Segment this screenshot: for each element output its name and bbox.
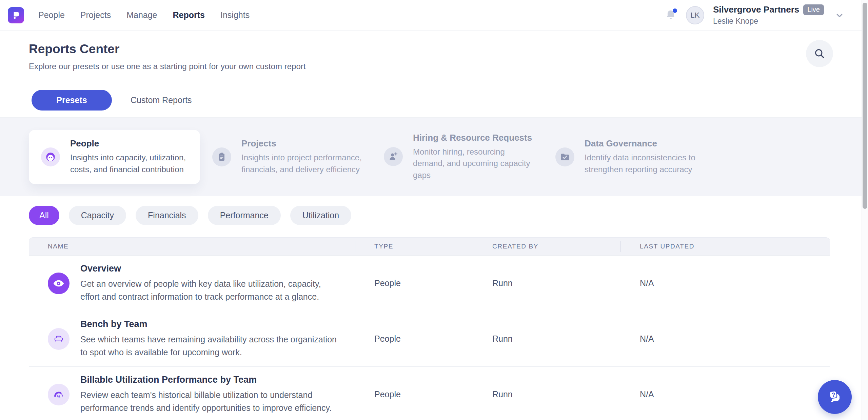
- folder-check-icon: [555, 147, 574, 166]
- svg-text:%: %: [57, 395, 60, 399]
- report-text: Bench by Team See which teams have remai…: [80, 319, 340, 359]
- top-right-cluster: LK Silvergrove Partners Live Leslie Knop…: [665, 4, 844, 26]
- svg-text:?: ?: [831, 391, 835, 398]
- category-text: Hiring & Resource Requests Monitor hirin…: [413, 133, 535, 181]
- table-row-overview[interactable]: Overview Get an overview of people with …: [29, 255, 830, 311]
- account-user: Leslie Knope: [713, 16, 824, 26]
- report-created-by: Runn: [473, 334, 620, 344]
- nav-item-manage[interactable]: Manage: [126, 10, 157, 20]
- report-type: People: [355, 334, 473, 344]
- category-data-governance[interactable]: Data Governance Identify data inconsiste…: [555, 138, 715, 175]
- category-description: Insights into capacity, utilization, cos…: [70, 152, 187, 175]
- report-title: Billable Utilization Performance by Team: [80, 375, 340, 385]
- category-text: Data Governance Identify data inconsiste…: [585, 138, 707, 175]
- bench-icon: [48, 328, 70, 350]
- report-name-cell: Bench by Team See which teams have remai…: [29, 319, 355, 359]
- column-header-last-updated: LAST UPDATED: [620, 238, 784, 255]
- category-title: People: [70, 138, 187, 149]
- report-title: Overview: [80, 263, 340, 274]
- account-menu-button[interactable]: [835, 11, 844, 20]
- main-nav: People Projects Manage Reports Insights: [38, 10, 250, 20]
- report-name-cell: % Billable Utilization Performance by Te…: [29, 375, 355, 414]
- top-nav: People Projects Manage Reports Insights …: [0, 0, 868, 31]
- nav-item-reports[interactable]: Reports: [173, 10, 205, 20]
- report-last-updated: N/A: [620, 278, 784, 288]
- category-description: Insights into project performance, finan…: [241, 152, 363, 175]
- page-title: Reports Center: [29, 42, 868, 56]
- scrollbar-thumb[interactable]: [863, 3, 867, 209]
- help-chat-button[interactable]: ?: [818, 380, 852, 414]
- filter-performance[interactable]: Performance: [208, 206, 281, 225]
- notification-dot: [673, 8, 677, 13]
- filter-all[interactable]: All: [29, 206, 59, 225]
- nav-item-projects[interactable]: Projects: [80, 10, 111, 20]
- chat-question-icon: ?: [825, 387, 844, 406]
- category-hiring-resource-requests[interactable]: Hiring & Resource Requests Monitor hirin…: [384, 133, 543, 181]
- runn-logo-icon: [10, 9, 22, 21]
- category-band: People Insights into capacity, utilizati…: [0, 118, 868, 196]
- column-header-created-by: CREATED BY: [473, 238, 620, 255]
- report-description: See which teams have remaining availabil…: [80, 333, 340, 359]
- category-projects[interactable]: Projects Insights into project performan…: [212, 138, 372, 175]
- filter-utilization[interactable]: Utilization: [290, 206, 351, 225]
- report-last-updated: N/A: [620, 389, 784, 399]
- eye-icon: [48, 273, 70, 294]
- column-header-type: TYPE: [355, 238, 473, 255]
- report-created-by: Runn: [473, 278, 620, 288]
- column-header-name: NAME: [29, 238, 355, 255]
- search-button[interactable]: [806, 40, 833, 67]
- notifications-button[interactable]: [665, 8, 677, 22]
- person-plus-icon: [384, 147, 403, 166]
- table-row-bench-by-team[interactable]: Bench by Team See which teams have remai…: [29, 311, 830, 366]
- nav-item-people[interactable]: People: [38, 10, 65, 20]
- report-title: Bench by Team: [80, 319, 340, 329]
- category-description: Identify data inconsistencies to strengt…: [585, 152, 707, 175]
- category-title: Hiring & Resource Requests: [413, 133, 535, 143]
- page-subtitle: Explore our presets or use one as a star…: [29, 62, 868, 71]
- search-icon: [813, 47, 826, 60]
- chevron-down-icon: [835, 11, 844, 20]
- report-name-cell: Overview Get an overview of people with …: [29, 263, 355, 303]
- report-created-by: Runn: [473, 389, 620, 399]
- report-description: Get an overview of people with key data …: [80, 278, 340, 303]
- report-last-updated: N/A: [620, 334, 784, 344]
- category-text: People Insights into capacity, utilizati…: [70, 138, 187, 175]
- runn-logo[interactable]: [8, 7, 24, 23]
- live-badge: Live: [803, 4, 824, 15]
- report-text: Billable Utilization Performance by Team…: [80, 375, 340, 414]
- avatar[interactable]: LK: [686, 6, 704, 24]
- report-tabs: Presets Custom Reports: [0, 83, 868, 118]
- face-icon: [41, 147, 60, 166]
- report-text: Overview Get an overview of people with …: [80, 263, 340, 303]
- report-type: People: [355, 389, 473, 399]
- clipboard-icon: [212, 147, 231, 166]
- account-company: Silvergrove Partners: [713, 4, 799, 15]
- category-title: Projects: [241, 138, 363, 149]
- filter-pills: All Capacity Financials Performance Util…: [29, 206, 868, 225]
- page-header: Reports Center Explore our presets or us…: [0, 31, 868, 83]
- category-description: Monitor hiring, resourcing demand, and u…: [413, 146, 535, 181]
- category-card-people[interactable]: People Insights into capacity, utilizati…: [29, 130, 200, 184]
- report-description: Review each team's historical billable u…: [80, 389, 340, 414]
- account-info[interactable]: Silvergrove Partners Live Leslie Knope: [713, 4, 824, 26]
- filter-financials[interactable]: Financials: [136, 206, 198, 225]
- category-title: Data Governance: [585, 138, 707, 149]
- reports-table: NAME TYPE CREATED BY LAST UPDATED Overvi…: [29, 237, 830, 420]
- reports-center-page: People Projects Manage Reports Insights …: [0, 0, 868, 420]
- category-text: Projects Insights into project performan…: [241, 138, 363, 175]
- table-row-billable-utilization[interactable]: % Billable Utilization Performance by Te…: [29, 366, 830, 420]
- filter-capacity[interactable]: Capacity: [69, 206, 126, 225]
- report-type: People: [355, 278, 473, 288]
- tab-presets[interactable]: Presets: [32, 90, 112, 111]
- nav-item-insights[interactable]: Insights: [220, 10, 250, 20]
- table-header: NAME TYPE CREATED BY LAST UPDATED: [29, 238, 830, 255]
- column-header-actions: [784, 238, 830, 255]
- tab-custom-reports[interactable]: Custom Reports: [131, 95, 192, 105]
- gauge-percent-icon: %: [48, 384, 70, 405]
